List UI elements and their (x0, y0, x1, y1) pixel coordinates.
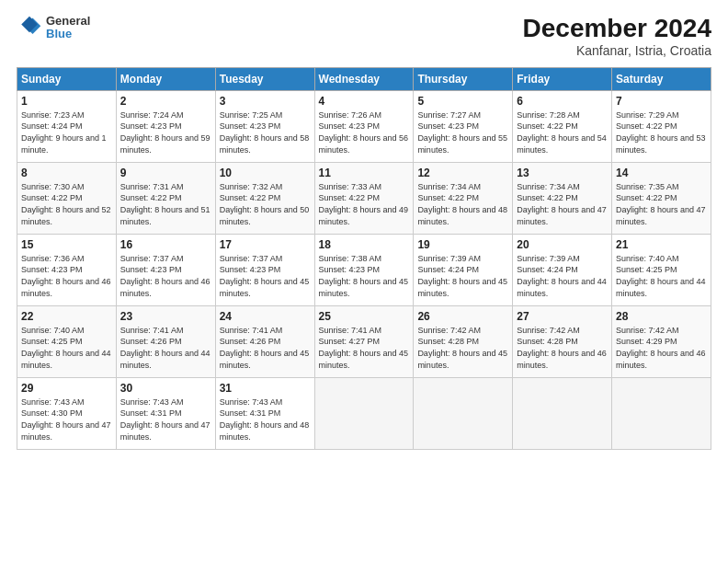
calendar-subtitle: Kanfanar, Istria, Croatia (523, 43, 711, 58)
weekday-header: Friday (513, 67, 612, 90)
calendar-day-cell: 4Sunrise: 7:26 AM Sunset: 4:23 PM Daylig… (314, 90, 414, 162)
day-info: Sunrise: 7:29 AM Sunset: 4:22 PM Dayligh… (616, 109, 707, 155)
day-info: Sunrise: 7:42 AM Sunset: 4:28 PM Dayligh… (517, 325, 608, 371)
day-number: 27 (517, 310, 608, 323)
day-number: 8 (21, 167, 112, 179)
day-info: Sunrise: 7:33 AM Sunset: 4:22 PM Dayligh… (319, 181, 410, 227)
calendar-day-cell: 5Sunrise: 7:27 AM Sunset: 4:23 PM Daylig… (414, 90, 513, 162)
calendar-day-cell: 6Sunrise: 7:28 AM Sunset: 4:22 PM Daylig… (513, 90, 612, 162)
day-info: Sunrise: 7:30 AM Sunset: 4:22 PM Dayligh… (21, 181, 112, 227)
day-number: 4 (319, 95, 410, 108)
day-number: 7 (616, 95, 707, 108)
logo-text: General Blue (46, 15, 90, 41)
day-info: Sunrise: 7:32 AM Sunset: 4:22 PM Dayligh… (220, 181, 311, 227)
calendar-day-cell: 10Sunrise: 7:32 AM Sunset: 4:22 PM Dayli… (215, 162, 314, 234)
calendar-week-row: 1Sunrise: 7:23 AM Sunset: 4:24 PM Daylig… (17, 90, 711, 162)
day-number: 18 (319, 238, 410, 251)
day-number: 25 (319, 310, 410, 323)
day-number: 5 (417, 95, 508, 108)
calendar-day-cell: 23Sunrise: 7:41 AM Sunset: 4:26 PM Dayli… (116, 305, 215, 377)
day-info: Sunrise: 7:23 AM Sunset: 4:24 PM Dayligh… (21, 109, 112, 155)
day-number: 26 (417, 310, 508, 323)
weekday-header: Monday (116, 67, 215, 90)
day-number: 2 (120, 95, 211, 108)
day-info: Sunrise: 7:35 AM Sunset: 4:22 PM Dayligh… (616, 181, 707, 227)
calendar-day-cell (314, 377, 414, 449)
day-number: 15 (21, 238, 112, 251)
day-number: 30 (120, 382, 211, 395)
logo-icon (17, 15, 42, 40)
calendar-day-cell: 14Sunrise: 7:35 AM Sunset: 4:22 PM Dayli… (612, 162, 711, 234)
calendar-day-cell: 31Sunrise: 7:43 AM Sunset: 4:31 PM Dayli… (215, 377, 314, 449)
day-info: Sunrise: 7:31 AM Sunset: 4:22 PM Dayligh… (120, 181, 211, 227)
calendar-day-cell: 24Sunrise: 7:41 AM Sunset: 4:26 PM Dayli… (215, 305, 314, 377)
calendar-week-row: 22Sunrise: 7:40 AM Sunset: 4:25 PM Dayli… (17, 305, 711, 377)
calendar-day-cell: 3Sunrise: 7:25 AM Sunset: 4:23 PM Daylig… (215, 90, 314, 162)
calendar-day-cell: 7Sunrise: 7:29 AM Sunset: 4:22 PM Daylig… (612, 90, 711, 162)
day-info: Sunrise: 7:26 AM Sunset: 4:23 PM Dayligh… (319, 109, 410, 155)
day-number: 17 (220, 238, 311, 251)
logo-line2: Blue (46, 28, 90, 40)
calendar-day-cell: 17Sunrise: 7:37 AM Sunset: 4:23 PM Dayli… (215, 234, 314, 305)
calendar-day-cell: 11Sunrise: 7:33 AM Sunset: 4:22 PM Dayli… (314, 162, 414, 234)
day-info: Sunrise: 7:43 AM Sunset: 4:31 PM Dayligh… (120, 396, 211, 442)
day-info: Sunrise: 7:37 AM Sunset: 4:23 PM Dayligh… (120, 253, 211, 299)
day-number: 14 (616, 167, 707, 179)
weekday-header: Wednesday (314, 67, 414, 90)
day-number: 28 (616, 310, 707, 323)
calendar-day-cell: 26Sunrise: 7:42 AM Sunset: 4:28 PM Dayli… (414, 305, 513, 377)
day-info: Sunrise: 7:40 AM Sunset: 4:25 PM Dayligh… (21, 325, 112, 371)
day-info: Sunrise: 7:43 AM Sunset: 4:31 PM Dayligh… (220, 396, 311, 442)
weekday-header: Tuesday (215, 67, 314, 90)
day-info: Sunrise: 7:37 AM Sunset: 4:23 PM Dayligh… (220, 253, 311, 299)
calendar-day-cell: 20Sunrise: 7:39 AM Sunset: 4:24 PM Dayli… (513, 234, 612, 305)
calendar-day-cell (612, 377, 711, 449)
title-block: December 2024 Kanfanar, Istria, Croatia (523, 15, 711, 58)
calendar-day-cell: 1Sunrise: 7:23 AM Sunset: 4:24 PM Daylig… (17, 90, 117, 162)
header: General Blue December 2024 Kanfanar, Ist… (17, 15, 711, 58)
calendar-day-cell: 25Sunrise: 7:41 AM Sunset: 4:27 PM Dayli… (314, 305, 414, 377)
day-number: 1 (21, 95, 112, 108)
calendar-day-cell: 2Sunrise: 7:24 AM Sunset: 4:23 PM Daylig… (116, 90, 215, 162)
day-number: 9 (120, 167, 211, 179)
day-number: 6 (517, 95, 608, 108)
day-info: Sunrise: 7:34 AM Sunset: 4:22 PM Dayligh… (417, 181, 508, 227)
day-info: Sunrise: 7:39 AM Sunset: 4:24 PM Dayligh… (517, 253, 608, 299)
day-number: 29 (21, 382, 112, 395)
logo: General Blue (17, 15, 90, 41)
day-info: Sunrise: 7:41 AM Sunset: 4:27 PM Dayligh… (319, 325, 410, 371)
day-number: 23 (120, 310, 211, 323)
day-number: 21 (616, 238, 707, 251)
day-number: 22 (21, 310, 112, 323)
day-info: Sunrise: 7:34 AM Sunset: 4:22 PM Dayligh… (517, 181, 608, 227)
calendar-day-cell: 21Sunrise: 7:40 AM Sunset: 4:25 PM Dayli… (612, 234, 711, 305)
calendar-day-cell: 28Sunrise: 7:42 AM Sunset: 4:29 PM Dayli… (612, 305, 711, 377)
day-info: Sunrise: 7:39 AM Sunset: 4:24 PM Dayligh… (417, 253, 508, 299)
day-number: 10 (220, 167, 311, 179)
weekday-header: Thursday (414, 67, 513, 90)
day-number: 13 (517, 167, 608, 179)
calendar-day-cell: 12Sunrise: 7:34 AM Sunset: 4:22 PM Dayli… (414, 162, 513, 234)
calendar-day-cell: 22Sunrise: 7:40 AM Sunset: 4:25 PM Dayli… (17, 305, 117, 377)
calendar-day-cell: 30Sunrise: 7:43 AM Sunset: 4:31 PM Dayli… (116, 377, 215, 449)
calendar-day-cell: 27Sunrise: 7:42 AM Sunset: 4:28 PM Dayli… (513, 305, 612, 377)
day-number: 12 (417, 167, 508, 179)
calendar-table: SundayMondayTuesdayWednesdayThursdayFrid… (17, 67, 711, 450)
day-info: Sunrise: 7:43 AM Sunset: 4:30 PM Dayligh… (21, 396, 112, 442)
calendar-day-cell: 18Sunrise: 7:38 AM Sunset: 4:23 PM Dayli… (314, 234, 414, 305)
calendar-day-cell: 29Sunrise: 7:43 AM Sunset: 4:30 PM Dayli… (17, 377, 117, 449)
day-number: 24 (220, 310, 311, 323)
calendar-week-row: 8Sunrise: 7:30 AM Sunset: 4:22 PM Daylig… (17, 162, 711, 234)
calendar-week-row: 29Sunrise: 7:43 AM Sunset: 4:30 PM Dayli… (17, 377, 711, 449)
calendar-day-cell (513, 377, 612, 449)
calendar-day-cell: 9Sunrise: 7:31 AM Sunset: 4:22 PM Daylig… (116, 162, 215, 234)
day-info: Sunrise: 7:42 AM Sunset: 4:28 PM Dayligh… (417, 325, 508, 371)
day-info: Sunrise: 7:38 AM Sunset: 4:23 PM Dayligh… (319, 253, 410, 299)
day-info: Sunrise: 7:28 AM Sunset: 4:22 PM Dayligh… (517, 109, 608, 155)
day-info: Sunrise: 7:40 AM Sunset: 4:25 PM Dayligh… (616, 253, 707, 299)
calendar-day-cell: 8Sunrise: 7:30 AM Sunset: 4:22 PM Daylig… (17, 162, 117, 234)
calendar-day-cell: 13Sunrise: 7:34 AM Sunset: 4:22 PM Dayli… (513, 162, 612, 234)
day-info: Sunrise: 7:25 AM Sunset: 4:23 PM Dayligh… (220, 109, 311, 155)
calendar-day-cell (414, 377, 513, 449)
day-number: 20 (517, 238, 608, 251)
